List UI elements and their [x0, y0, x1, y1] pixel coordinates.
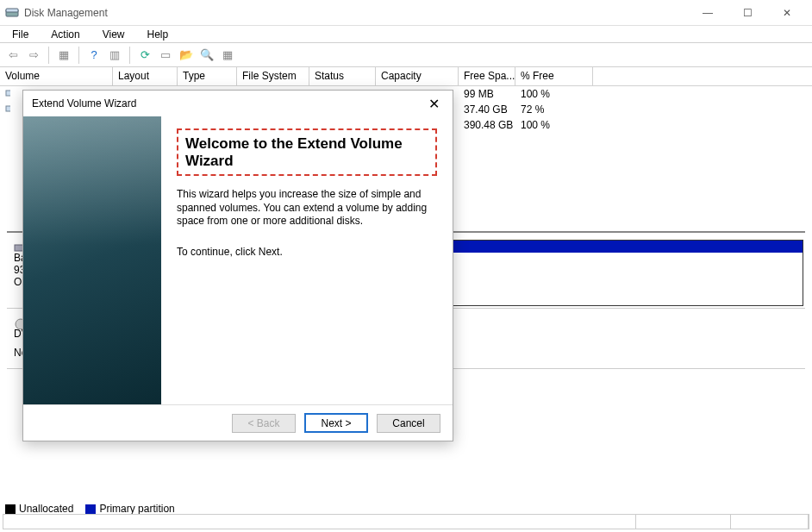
titlebar: Disk Management — ☐ ✕ — [0, 0, 812, 26]
svg-rect-1 — [6, 9, 18, 12]
menu-file[interactable]: File — [7, 27, 34, 42]
menu-action[interactable]: Action — [46, 27, 84, 42]
col-fs[interactable]: File System — [237, 67, 309, 85]
forward-icon[interactable]: ⇨ — [24, 46, 43, 65]
wizard-sidebar-image — [23, 116, 161, 404]
grid-icon[interactable]: ▥ — [105, 46, 124, 65]
wizard-heading: Welcome to the Extend Volume Wizard — [177, 128, 437, 176]
wizard-continue-text: To continue, click Next. — [177, 246, 437, 260]
col-status[interactable]: Status — [309, 67, 376, 85]
volume-list-header: Volume Layout Type File System Status Ca… — [0, 67, 812, 86]
cell-pct: 100 % — [515, 119, 593, 131]
minimize-button[interactable]: — — [688, 0, 728, 26]
cell-free: 37.40 GB — [459, 103, 515, 116]
legend-unallocated: Unallocated — [5, 503, 73, 515]
wizard-title: Extend Volume Wizard — [32, 97, 423, 110]
wizard-body-text: This wizard helps you increase the size … — [177, 188, 437, 228]
maximize-button[interactable]: ☐ — [728, 0, 767, 26]
menu-help[interactable]: Help — [142, 27, 174, 42]
cell-free: 99 MB — [459, 88, 515, 100]
back-icon[interactable]: ⇦ — [3, 46, 22, 65]
wizard-close-icon[interactable]: ✕ — [423, 96, 444, 112]
legend: Unallocated Primary partition — [5, 503, 175, 515]
refresh-icon[interactable]: ⟳ — [135, 46, 154, 65]
col-type[interactable]: Type — [178, 67, 237, 85]
legend-primary: Primary partition — [85, 503, 174, 515]
search-icon[interactable]: 🔍 — [197, 46, 216, 65]
open-icon[interactable]: 📂 — [177, 46, 196, 65]
help-icon[interactable]: ? — [84, 46, 103, 65]
close-button[interactable]: ✕ — [767, 0, 807, 26]
statusbar — [3, 514, 809, 529]
col-pct[interactable]: % Free — [515, 67, 593, 85]
app-icon — [5, 6, 19, 20]
drive-icon[interactable]: ▭ — [156, 46, 175, 65]
cell-pct: 72 % — [515, 103, 593, 116]
wizard-buttons: < Back Next > Cancel — [23, 404, 453, 441]
col-volume[interactable]: Volume — [0, 67, 113, 85]
col-layout[interactable]: Layout — [113, 67, 178, 85]
cell-pct: 100 % — [515, 88, 593, 100]
col-capacity[interactable]: Capacity — [376, 67, 459, 85]
back-button: < Back — [232, 414, 296, 433]
wizard-content: Welcome to the Extend Volume Wizard This… — [161, 116, 453, 404]
next-button[interactable]: Next > — [304, 413, 368, 433]
menubar: File Action View Help — [0, 26, 812, 43]
extend-volume-wizard: Extend Volume Wizard ✕ Welcome to the Ex… — [22, 90, 453, 441]
svg-rect-3 — [6, 106, 10, 111]
wizard-titlebar: Extend Volume Wizard ✕ — [23, 91, 453, 116]
window-title: Disk Management — [24, 7, 688, 19]
window-controls: — ☐ ✕ — [688, 0, 807, 26]
col-free[interactable]: Free Spa... — [459, 67, 515, 85]
properties-icon[interactable]: ▦ — [218, 46, 237, 65]
table-view-icon[interactable]: ▦ — [54, 46, 73, 65]
toolbar: ⇦ ⇨ ▦ ? ▥ ⟳ ▭ 📂 🔍 ▦ — [0, 43, 812, 67]
menu-view[interactable]: View — [97, 27, 130, 42]
cancel-button[interactable]: Cancel — [377, 414, 440, 433]
svg-rect-2 — [6, 91, 10, 96]
cell-free: 390.48 GB — [459, 119, 515, 131]
